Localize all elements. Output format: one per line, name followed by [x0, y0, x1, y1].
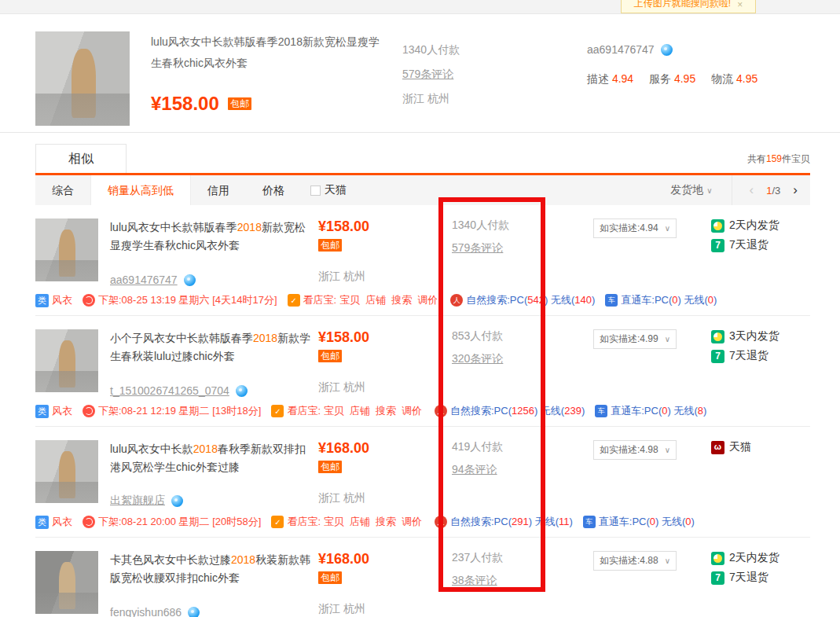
tool-link-shop[interactable]: 店铺	[365, 293, 386, 307]
header-comments-link[interactable]: 579条评论	[402, 68, 453, 80]
product-location: 浙江 杭州	[318, 380, 365, 395]
payments-count: 237人付款	[452, 551, 530, 565]
title-year-highlight: 2018	[231, 553, 255, 566]
service-badge-icon	[711, 330, 724, 343]
ztc-stats: 直通车:PC(0) 无线(0)	[599, 515, 695, 529]
chevron-down-icon: ∨	[665, 224, 670, 233]
tool-link-search[interactable]: 搜索	[391, 293, 412, 307]
service-badge-label: 7天退货	[729, 349, 768, 363]
category-badge: 类	[35, 405, 49, 418]
product-title-link[interactable]: lulu风衣女中长款韩版春季2018新款宽松显瘦学生春秋chic风衣外套	[110, 219, 313, 255]
product-image[interactable]	[35, 551, 98, 614]
comments-link[interactable]: 38条评论	[452, 574, 497, 588]
seller-link[interactable]: aa691476747	[110, 274, 178, 286]
product-title-link[interactable]: 小个子风衣女中长款韩版春季2018新款学生春秋装lulu过膝chic外套	[110, 329, 313, 365]
ztc-stats: 直通车:PC(0) 无线(8)	[611, 404, 706, 418]
tool-link-price[interactable]: 调价	[417, 293, 438, 307]
rating-dropdown[interactable]: 如实描述:4.94∨	[593, 219, 677, 238]
product-price: ¥158.00	[318, 219, 428, 235]
product-location: 浙江 杭州	[318, 602, 365, 616]
rating-dropdown[interactable]: 如实描述:4.88∨	[593, 551, 677, 571]
tmall-filter[interactable]: 天猫	[310, 183, 347, 197]
product-image[interactable]	[35, 219, 98, 281]
product-row: 卡其色风衣女中长款过膝2018秋装新款韩版宽松收腰双排扣chic外套 fengy…	[35, 538, 810, 617]
tab-underline	[35, 173, 810, 175]
header-payments: 1340人付款	[402, 43, 587, 57]
service-badge: 7天退货	[711, 571, 810, 585]
category-badge: 类	[35, 516, 49, 529]
tool-link-item[interactable]: 宝贝	[339, 293, 360, 307]
product-price: ¥158.00	[318, 329, 428, 346]
tmall-checkbox-label: 天猫	[325, 183, 347, 197]
header-product-card: lulu风衣女中长款韩版春季2018新款宽松显瘦学生春秋chic风衣外套 ¥15…	[0, 13, 840, 133]
title-year-highlight: 2018	[193, 443, 218, 455]
comments-link[interactable]: 579条评论	[452, 241, 503, 255]
tool-link-search[interactable]: 搜索	[376, 515, 396, 529]
ship-from-dropdown[interactable]: 发货地∨	[670, 183, 712, 197]
service-badge: 2天内发货	[711, 219, 810, 233]
rating-label: 描述	[587, 72, 609, 85]
chevron-down-icon: ∨	[706, 186, 712, 195]
rating-label: 服务	[649, 72, 671, 85]
seller-link[interactable]: fengyishun686	[110, 606, 182, 617]
category-value: 风衣	[52, 293, 72, 307]
organic-search-stats: 自然搜索:PC(1256) 无线(239)	[450, 404, 585, 418]
tooltip-close-icon[interactable]: ×	[737, 0, 743, 10]
page-prev-button[interactable]: ‹	[750, 182, 754, 198]
tool-link-item[interactable]: 宝贝	[324, 404, 344, 418]
page-next-button[interactable]: ›	[793, 182, 798, 198]
free-shipping-badge: 包邮	[318, 350, 342, 362]
tool-link-shop[interactable]: 店铺	[350, 404, 370, 418]
category-badge: 类	[35, 294, 49, 307]
product-image[interactable]	[35, 440, 98, 503]
sort-composite[interactable]: 综合	[35, 175, 90, 205]
free-shipping-badge: 包邮	[318, 571, 342, 584]
header-product-image[interactable]	[35, 31, 130, 126]
comments-link[interactable]: 94条评论	[452, 463, 497, 477]
seller-credit-icon	[184, 274, 196, 286]
tool-link-shop[interactable]: 店铺	[350, 515, 370, 529]
ztc-car-icon	[583, 516, 596, 528]
product-title-link[interactable]: 卡其色风衣女中长款过膝2018秋装新款韩版宽松收腰双排扣chic外套	[110, 551, 313, 587]
tool-link-price[interactable]: 调价	[402, 404, 422, 418]
rating-dropdown[interactable]: 如实描述:4.98∨	[593, 440, 677, 460]
shop-tool-icon	[288, 294, 300, 307]
service-badge-label: 3天内发货	[729, 329, 779, 343]
tab-similar[interactable]: 相似	[35, 144, 127, 173]
tab-zone: 相似 共有159件宝贝	[0, 133, 840, 175]
rating-value: 4.95	[674, 72, 695, 85]
title-year-highlight: 2018	[237, 221, 262, 233]
service-badge-label: 7天退货	[729, 571, 768, 585]
service-badge-icon	[711, 219, 724, 233]
tool-link-search[interactable]: 搜索	[376, 404, 396, 418]
product-location: 浙江 杭州	[318, 270, 365, 284]
sort-sales-desc[interactable]: 销量从高到低	[90, 175, 191, 205]
sort-credit[interactable]: 信用	[191, 175, 246, 205]
payments-count: 419人付款	[452, 440, 530, 454]
tool-link-price[interactable]: 调价	[402, 515, 422, 529]
tool-link-item[interactable]: 宝贝	[324, 515, 344, 529]
ztc-car-icon	[605, 294, 618, 307]
header-product-title: lulu风衣女中长款韩版春季2018新款宽松显瘦学生春秋chic风衣外套	[151, 31, 387, 74]
seller-credit-icon	[188, 607, 200, 617]
offshelf-countdown: 下架:08-21 12:19 星期二 [13时18分]	[98, 404, 261, 418]
sort-price[interactable]: 价格	[246, 175, 301, 205]
seller-credit-icon	[661, 44, 673, 56]
product-image[interactable]	[35, 329, 98, 392]
header-seller-name: aa691476747	[587, 43, 655, 56]
product-price: ¥168.00	[318, 440, 428, 457]
page-indicator: 1/3	[766, 185, 780, 196]
seller-link[interactable]: 出絮旗舰店	[110, 494, 165, 508]
chevron-down-icon: ∨	[665, 556, 670, 565]
title-year-highlight: 2018	[253, 332, 277, 344]
comments-link[interactable]: 320条评论	[452, 352, 503, 366]
tooltip-text: 上传图片就能搜同款啦!	[634, 0, 731, 10]
product-title-link[interactable]: lulu风衣女中长款2018春秋季新款双排扣港风宽松学生chic外套过膝	[110, 440, 313, 476]
rating-dropdown[interactable]: 如实描述:4.99∨	[593, 329, 677, 349]
filter-bar: 综合 销量从高到低 信用 价格 天猫 发货地∨ ‹ 1/3 ›	[35, 175, 810, 205]
tmall-checkbox[interactable]	[310, 185, 321, 196]
seller-link[interactable]: t_1510026741265_0704	[110, 384, 229, 397]
product-list: lulu风衣女中长款韩版春季2018新款宽松显瘦学生春秋chic风衣外套 aa6…	[35, 205, 810, 617]
shop-tool-label: 看店宝:	[303, 293, 337, 307]
seller-credit-icon	[236, 385, 248, 397]
